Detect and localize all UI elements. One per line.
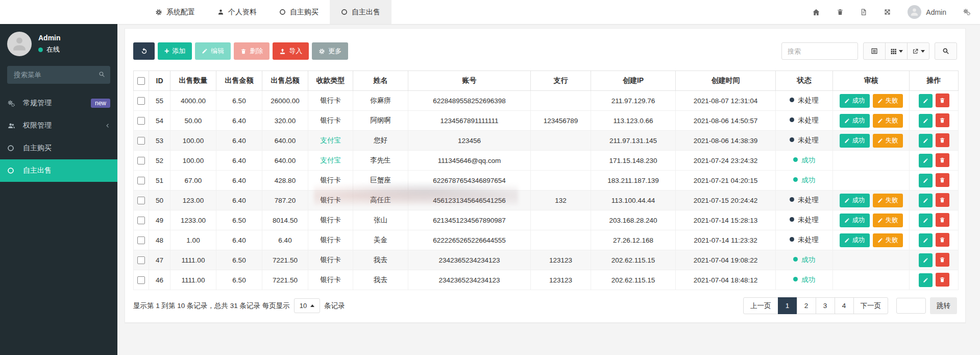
search-button[interactable] [935, 42, 957, 60]
cell-ip: 211.97.131.145 [591, 131, 676, 151]
row-edit-button[interactable] [919, 154, 933, 168]
pencil-icon [923, 118, 928, 124]
row-checkbox[interactable] [137, 276, 145, 284]
table-toolbar: +添加 编辑 删除 导入 更多 [133, 42, 957, 60]
row-checkbox[interactable] [137, 256, 145, 264]
audit-success-button[interactable]: 成功 [840, 94, 870, 108]
cell-status: 未处理 [776, 131, 833, 151]
pencil-icon [202, 48, 208, 54]
sidebar-item-permissions[interactable]: 权限管理 [0, 114, 117, 137]
edit-button[interactable]: 编辑 [195, 42, 231, 60]
cell-qty: 1111.00 [170, 270, 216, 290]
row-edit-button[interactable] [919, 273, 933, 287]
cell-created: 2021-07-04 19:08:22 [676, 250, 776, 270]
export-button[interactable] [907, 42, 929, 60]
row-edit-button[interactable] [919, 233, 933, 247]
cell-pay-type: 银行卡 [308, 111, 353, 131]
row-edit-button[interactable] [919, 214, 933, 227]
page-button[interactable]: 3 [816, 297, 835, 314]
page-size-dropdown[interactable]: 10 [294, 298, 320, 313]
status-dot-icon [790, 197, 794, 202]
row-checkbox[interactable] [137, 197, 145, 204]
row-checkbox[interactable] [137, 236, 145, 244]
row-delete-button[interactable] [936, 233, 949, 247]
row-checkbox[interactable] [137, 177, 145, 184]
page-button[interactable]: 1 [778, 297, 797, 314]
next-page-button[interactable]: 下一页 [853, 297, 889, 314]
audit-fail-button[interactable]: 失败 [873, 214, 903, 227]
row-delete-button[interactable] [936, 113, 949, 127]
trash-icon[interactable] [837, 8, 844, 16]
sidebar-item-general[interactable]: 常规管理 new [0, 92, 117, 114]
row-edit-button[interactable] [919, 194, 933, 207]
import-button[interactable]: 导入 [273, 42, 309, 60]
tab-system-config[interactable]: 系统配置 [144, 0, 206, 24]
document-icon[interactable] [860, 8, 867, 16]
more-button[interactable]: 更多 [312, 42, 348, 60]
fullscreen-icon[interactable] [884, 8, 891, 16]
cell-ip: 113.100.44.44 [591, 191, 676, 210]
row-delete-button[interactable] [936, 213, 949, 227]
tab-profile[interactable]: 个人资料 [206, 0, 268, 24]
row-edit-button[interactable] [919, 174, 933, 187]
add-button[interactable]: +添加 [158, 42, 192, 60]
jump-button[interactable]: 跳转 [930, 297, 957, 314]
cell-total: 8014.50 [262, 210, 308, 230]
audit-success-button[interactable]: 成功 [840, 134, 870, 148]
audit-success-button[interactable]: 成功 [840, 114, 870, 128]
audit-success-button[interactable]: 成功 [840, 233, 870, 247]
row-delete-button[interactable] [936, 173, 949, 187]
trash-icon [939, 256, 945, 263]
row-checkbox[interactable] [137, 117, 145, 125]
audit-fail-button[interactable]: 失败 [873, 94, 903, 108]
column-header: 收款类型 [308, 71, 353, 91]
row-delete-button[interactable] [936, 93, 949, 107]
audit-fail-button[interactable]: 失败 [873, 114, 903, 128]
cell-qty: 123.00 [170, 191, 216, 210]
sidebar-item-self-sell[interactable]: 自主出售 [0, 159, 117, 182]
home-icon[interactable] [812, 8, 820, 16]
row-edit-button[interactable] [919, 114, 933, 128]
page-button[interactable]: 4 [835, 297, 854, 314]
row-edit-button[interactable] [919, 134, 933, 148]
search-icon [99, 71, 105, 78]
cell-id: 50 [149, 191, 170, 210]
audit-fail-button[interactable]: 失败 [873, 194, 903, 207]
cell-operations [910, 171, 959, 191]
row-checkbox[interactable] [137, 97, 145, 105]
sidebar-item-self-buy[interactable]: 自主购买 [0, 137, 117, 159]
table-search-input[interactable] [781, 42, 858, 60]
row-checkbox[interactable] [137, 217, 145, 224]
audit-success-button[interactable]: 成功 [840, 214, 870, 227]
row-delete-button[interactable] [936, 153, 949, 167]
online-dot-icon [38, 48, 43, 52]
cell-operations [910, 91, 959, 111]
row-delete-button[interactable] [936, 133, 949, 147]
row-checkbox[interactable] [137, 137, 145, 145]
page-button[interactable]: 2 [797, 297, 816, 314]
refresh-button[interactable] [133, 42, 155, 60]
columns-button[interactable] [885, 42, 908, 60]
detail-view-button[interactable] [863, 42, 886, 60]
row-delete-button[interactable] [936, 273, 949, 287]
row-delete-button[interactable] [936, 253, 949, 267]
row-checkbox[interactable] [137, 157, 145, 164]
jump-page-input[interactable] [896, 298, 926, 314]
delete-button[interactable]: 删除 [234, 42, 270, 60]
tab-self-sell[interactable]: 自主出售 [330, 0, 391, 24]
audit-success-button[interactable]: 成功 [840, 194, 870, 207]
audit-fail-button[interactable]: 失败 [873, 233, 903, 247]
row-delete-button[interactable] [936, 193, 949, 207]
prev-page-button[interactable]: 上一页 [743, 297, 778, 314]
cogs-icon[interactable] [963, 8, 971, 16]
pagination-bar: 显示第 1 到第 10 条记录，总共 31 条记录 每页显示 10 条记录 上一… [133, 297, 957, 314]
navbar-user-menu[interactable]: Admin [908, 5, 946, 19]
select-all-checkbox[interactable] [137, 77, 145, 85]
sidebar-search-input[interactable] [7, 66, 110, 84]
tab-self-buy[interactable]: 自主购买 [268, 0, 330, 24]
cell-price: 6.50 [216, 210, 262, 230]
row-edit-button[interactable] [919, 253, 933, 267]
audit-fail-button[interactable]: 失败 [873, 134, 903, 148]
cell-status: 未处理 [776, 230, 833, 250]
row-edit-button[interactable] [919, 94, 933, 108]
